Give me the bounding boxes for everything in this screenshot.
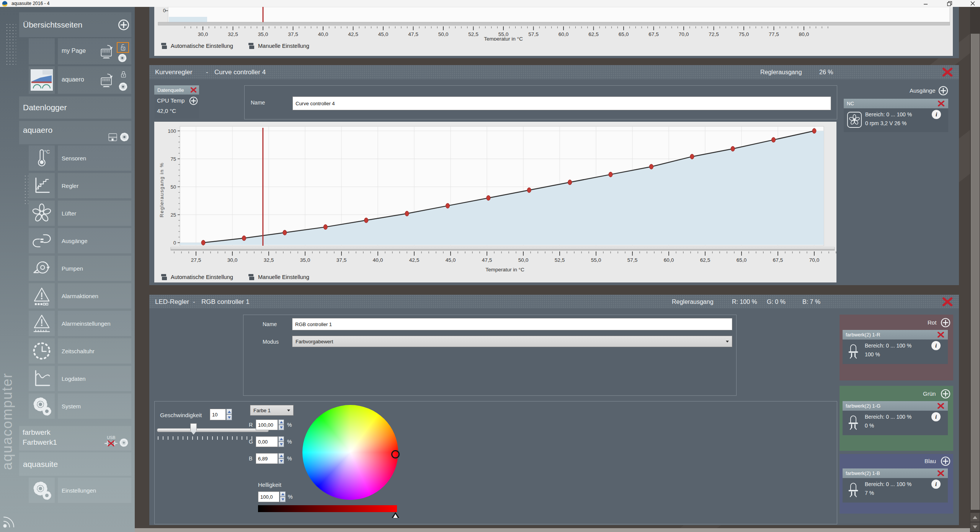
spin-down-icon[interactable] (278, 442, 284, 447)
info-icon[interactable]: i (931, 480, 941, 489)
icon-tile-luefter[interactable] (29, 201, 55, 226)
channel-entry-header[interactable]: farbwerk(2) 1-R (843, 330, 948, 339)
sidebar-item-pumpen[interactable]: Pumpen (58, 256, 131, 281)
scroll-down-icon[interactable] (970, 522, 980, 531)
add-datasource-icon[interactable] (189, 96, 198, 107)
info-icon[interactable]: i (931, 341, 941, 350)
page-thumbnail-aquaero[interactable] (29, 66, 55, 94)
page-settings-gear-icon[interactable] (118, 82, 128, 92)
color-preset-select[interactable]: Farbe 1 (250, 405, 294, 416)
unlock-highlight-box[interactable] (117, 42, 129, 53)
remove-channel-icon[interactable] (938, 470, 944, 477)
icon-tile-regler[interactable] (29, 173, 55, 198)
spin-up-icon[interactable] (278, 436, 284, 442)
icon-tile-alarmeinstellungen[interactable] (29, 311, 55, 336)
close-button[interactable] (964, 0, 980, 7)
icon-tile-zeitschaltuhr[interactable] (29, 338, 55, 364)
remove-channel-icon[interactable] (938, 332, 944, 339)
brightness-gradient-bar[interactable] (258, 505, 397, 512)
rss-icon[interactable] (2, 514, 16, 529)
sidebar-item-aquaero-page[interactable]: aquaero (58, 66, 131, 94)
speed-slider-track[interactable] (157, 428, 269, 432)
vertical-scrollbar-thumb[interactable] (971, 34, 980, 510)
icon-tile-ausgaenge[interactable] (29, 228, 55, 253)
sidebar-item-sensoren[interactable]: Sensoren (58, 145, 131, 171)
auto-setting-button[interactable]: Automatische Einstellung (161, 41, 233, 51)
page-settings-gear-icon[interactable] (117, 53, 127, 63)
spin-down-icon[interactable] (278, 425, 284, 430)
info-icon[interactable]: i (932, 110, 941, 119)
add-channel-output-icon[interactable] (941, 456, 951, 468)
remove-datasource-icon[interactable] (191, 87, 196, 94)
modus-select[interactable]: Farbvorgabewert (292, 336, 732, 347)
remove-output-icon[interactable] (938, 101, 944, 108)
led-name-input[interactable]: RGB controller 1 (292, 318, 732, 330)
spin-down-icon[interactable] (280, 497, 286, 502)
minimize-button[interactable] (917, 0, 934, 7)
add-output-icon[interactable] (938, 86, 948, 97)
icon-tile-sensoren[interactable]: °C (29, 145, 55, 171)
channel-entry-header[interactable]: farbwerk(2) 1-B (843, 468, 948, 478)
spin-up-icon[interactable] (278, 419, 284, 425)
sidebar-section-aquasuite[interactable]: aquasuite (19, 452, 131, 476)
sidebar-item-alarmaktionen[interactable]: Alarmaktionen (58, 283, 131, 308)
sidebar-item-alarmeinstellungen[interactable]: Alarmeinstellungen (58, 311, 131, 336)
desktop-page-icon[interactable] (100, 72, 115, 88)
add-page-icon[interactable] (118, 19, 129, 32)
icon-tile-einstellungen[interactable] (29, 478, 55, 503)
icon-tile-pumpen[interactable] (29, 256, 55, 281)
sidebar-item-logdaten[interactable]: Logdaten (58, 366, 131, 391)
sidebar-section-uebersichtsseiten[interactable]: Übersichtsseiten (19, 12, 131, 37)
scroll-up-icon[interactable] (970, 513, 980, 522)
datasource-header[interactable]: Datenquelle (154, 85, 199, 95)
info-icon[interactable]: i (931, 412, 941, 421)
horizontal-scrollbar[interactable] (135, 528, 970, 532)
color-wheel-marker[interactable] (391, 450, 400, 459)
curve-editor-chart[interactable]: 0255075100Reglerausgang in %27,530,032,5… (154, 122, 836, 282)
red-spinner[interactable]: 100,00 (256, 419, 284, 430)
sidebar-item-zeitschaltuhr[interactable]: Zeitschaltuhr (58, 338, 131, 364)
manual-setting-button[interactable]: Manuelle Einstellung (248, 272, 309, 282)
page-thumbnail-mypage[interactable] (29, 38, 55, 64)
sidebar-item-einstellungen[interactable]: Einstellungen (58, 478, 131, 503)
lock-icon[interactable] (118, 69, 128, 80)
sidebar-section-aquaero-device[interactable]: aquaero (19, 121, 131, 144)
spin-up-icon[interactable] (226, 409, 232, 415)
output-entry-header[interactable]: NC (844, 99, 948, 108)
sidebar-item-ausgaenge[interactable]: Ausgänge (58, 228, 131, 253)
brightness-spinner[interactable]: 100,0 (258, 491, 286, 502)
manual-setting-button[interactable]: Manuelle Einstellung (248, 41, 309, 51)
channel-entry-header[interactable]: farbwerk(2) 1-G (843, 401, 948, 411)
spin-down-icon[interactable] (226, 415, 232, 420)
close-panel-icon[interactable] (942, 68, 952, 78)
sidebar-item-regler[interactable]: Regler (58, 173, 131, 198)
auto-setting-button[interactable]: Automatische Einstellung (161, 272, 233, 282)
sidebar-section-datenlogger[interactable]: Datenlogger (19, 96, 131, 119)
spin-up-icon[interactable] (278, 453, 284, 459)
drag-handle-dots[interactable] (24, 175, 28, 205)
desktop-page-icon[interactable] (100, 44, 115, 60)
icon-tile-alarmaktionen[interactable] (29, 283, 55, 308)
sidebar-section-farbwerk[interactable]: farbwerk Farbwerk1 USB (19, 426, 131, 450)
blue-spinner[interactable]: 6,89 (256, 453, 284, 464)
spin-down-icon[interactable] (278, 459, 284, 464)
sidebar-item-ausgaenge-luefter[interactable]: Lüfter (58, 201, 131, 226)
speed-spinner[interactable]: 10 (210, 409, 232, 420)
icon-tile-logdaten[interactable] (29, 366, 55, 391)
close-panel-icon[interactable] (942, 297, 952, 308)
green-spinner[interactable]: 0,00 (256, 436, 284, 447)
add-channel-output-icon[interactable] (941, 389, 951, 400)
top-curve-chart[interactable]: 030,032,535,037,540,042,545,047,550,052,… (154, 7, 953, 41)
icon-tile-system[interactable] (29, 393, 55, 419)
spin-up-icon[interactable] (280, 491, 286, 497)
drag-handle-dots[interactable] (5, 23, 16, 65)
restore-button[interactable] (941, 0, 958, 7)
farbwerk-settings-gear-icon[interactable] (119, 437, 129, 448)
sidebar-item-system[interactable]: System (58, 393, 131, 419)
add-channel-output-icon[interactable] (941, 318, 951, 329)
save-floppy-icon[interactable] (108, 133, 118, 142)
remove-channel-icon[interactable] (938, 403, 944, 410)
color-wheel[interactable] (302, 405, 398, 500)
device-settings-gear-icon[interactable] (119, 132, 130, 142)
controller-name-input[interactable]: Curve controller 4 (292, 96, 831, 110)
